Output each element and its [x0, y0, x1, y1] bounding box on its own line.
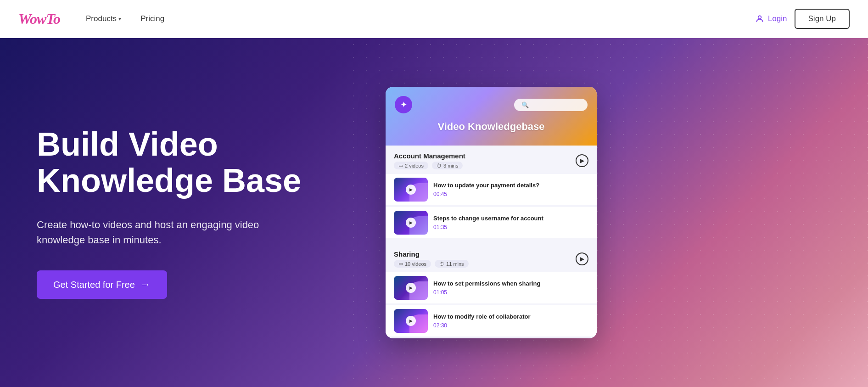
- video-title: How to modify role of collaborator: [433, 313, 588, 321]
- video-icon: ▭: [398, 163, 403, 168]
- mockup-title: Video Knowledgebase: [437, 121, 544, 133]
- signup-button[interactable]: Sign Up: [795, 9, 850, 29]
- hero-content: Build Video Knowledge Base Create how-to…: [37, 126, 358, 299]
- mockup-header: ✦ 🔍 Video Knowledgebase: [386, 87, 597, 146]
- nav-pricing[interactable]: Pricing: [133, 11, 172, 27]
- video-item: ▶ How to modify role of collaborator 02:…: [386, 305, 597, 337]
- video-item: ▶ How to update your payment details? 00…: [386, 174, 597, 205]
- section-sharing: Sharing ▭ 10 videos ⏱ 11 mins: [386, 244, 597, 270]
- mockup-logo-icon: ✦: [395, 96, 412, 113]
- section-meta: ▭ 10 videos ⏱ 11 mins: [394, 260, 469, 268]
- duration-badge: ⏱ 3 mins: [432, 162, 463, 169]
- search-icon: 🔍: [521, 101, 529, 108]
- section-name: Account Management: [394, 152, 465, 160]
- mockup-body: Account Management ▭ 2 videos ⏱ 3 mins: [386, 146, 597, 337]
- mockup-search-bar[interactable]: 🔍: [514, 99, 588, 111]
- mockup-container: ✦ 🔍 Video Knowledgebase Account Manageme…: [386, 87, 606, 338]
- section-name: Sharing: [394, 250, 469, 258]
- nav-links: Products ▾ Pricing: [78, 11, 755, 27]
- video-title: How to set permissions when sharing: [433, 280, 588, 288]
- section-account-management: Account Management ▭ 2 videos ⏱ 3 mins: [386, 146, 597, 172]
- video-item: ▶ How to set permissions when sharing 01…: [386, 272, 597, 303]
- clock-icon: ⏱: [437, 163, 442, 168]
- chevron-down-icon: ▾: [118, 16, 121, 22]
- video-item: ▶ Steps to change username for account 0…: [386, 207, 597, 238]
- navbar: WowTo Products ▾ Pricing Login Sign Up: [0, 0, 868, 38]
- section-play-button[interactable]: ▶: [576, 154, 588, 167]
- video-duration: 01:05: [433, 289, 588, 296]
- nav-products[interactable]: Products ▾: [78, 11, 129, 27]
- mockup: ✦ 🔍 Video Knowledgebase Account Manageme…: [386, 87, 597, 338]
- clock-icon: ⏱: [439, 261, 444, 267]
- mockup-top-bar: ✦ 🔍: [395, 96, 588, 113]
- videos-count-badge: ▭ 2 videos: [394, 162, 428, 169]
- videos-count-badge: ▭ 10 videos: [394, 260, 431, 268]
- thumb-play-icon: ▶: [406, 283, 416, 293]
- video-duration: 02:30: [433, 322, 588, 329]
- thumb-play-icon: ▶: [406, 316, 416, 326]
- section-meta: ▭ 2 videos ⏱ 3 mins: [394, 162, 465, 169]
- thumb-play-icon: ▶: [406, 185, 416, 195]
- hero-section: Build Video Knowledge Base Create how-to…: [0, 38, 868, 387]
- section-divider: [386, 240, 597, 244]
- svg-point-0: [758, 16, 762, 19]
- video-thumbnail[interactable]: ▶: [394, 309, 428, 333]
- video-thumbnail[interactable]: ▶: [394, 211, 428, 235]
- video-duration: 01:35: [433, 224, 588, 230]
- video-duration: 00:45: [433, 191, 588, 197]
- thumb-play-icon: ▶: [406, 218, 416, 228]
- video-icon: ▭: [398, 261, 403, 267]
- video-title: How to update your payment details?: [433, 182, 588, 190]
- hero-subtitle: Create how-to videos and host an engagin…: [37, 217, 275, 247]
- logo[interactable]: WowTo: [18, 11, 60, 28]
- duration-badge: ⏱ 11 mins: [435, 260, 469, 268]
- video-thumbnail[interactable]: ▶: [394, 276, 428, 300]
- cta-button[interactable]: Get Started for Free →: [37, 270, 167, 299]
- nav-actions: Login Sign Up: [755, 9, 850, 29]
- login-button[interactable]: Login: [755, 14, 787, 23]
- arrow-right-icon: →: [140, 279, 151, 291]
- section-play-button[interactable]: ▶: [576, 252, 588, 265]
- hero-title: Build Video Knowledge Base: [37, 126, 358, 199]
- user-icon: [755, 14, 764, 23]
- video-title: Steps to change username for account: [433, 215, 588, 223]
- video-thumbnail[interactable]: ▶: [394, 178, 428, 202]
